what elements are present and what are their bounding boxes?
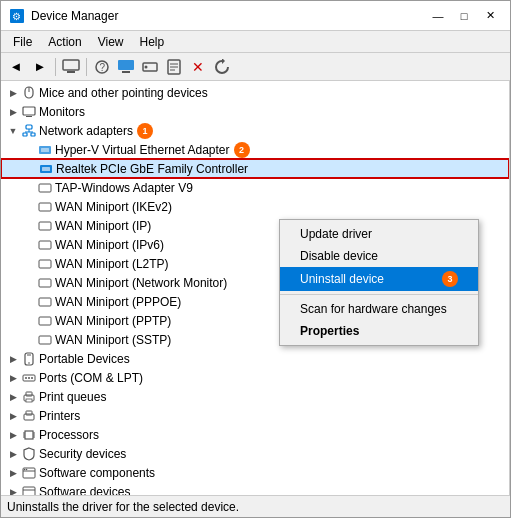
expand-hyperv [21,142,37,158]
swdevices-icon [21,484,37,496]
spacer-tap [21,180,37,196]
tree-item-security[interactable]: ▶ Security devices [1,444,509,463]
minimize-button[interactable]: — [426,6,450,26]
badge-1: 1 [137,123,153,139]
tree-item-realtek[interactable]: Realtek PCIe GbE Family Controller [1,159,509,178]
menu-bar: File Action View Help [1,31,510,53]
wan-pppoe-icon [37,294,53,310]
svg-rect-26 [42,167,50,171]
main-content: ▶ Mice and other pointing devices ▶ Moni… [1,81,510,495]
tree-item-monitors[interactable]: ▶ Monitors [1,102,509,121]
tree-item-processors[interactable]: ▶ Processors [1,425,509,444]
svg-rect-6 [118,60,134,70]
svg-point-9 [145,65,148,68]
svg-rect-34 [39,317,51,325]
menu-view[interactable]: View [90,33,132,51]
svg-rect-24 [41,148,49,152]
tree-item-printers[interactable]: ▶ Printers [1,406,509,425]
ctx-update-driver[interactable]: Update driver [280,223,478,245]
tree-item-hyperv[interactable]: Hyper-V Virtual Ethernet Adapter 2 [1,140,509,159]
expand-swcomponents[interactable]: ▶ [5,465,21,481]
expand-network[interactable]: ▼ [5,123,21,139]
swcomponents-label: Software components [39,466,155,480]
wan-l2tp-icon [37,256,53,272]
svg-text:?: ? [100,62,106,73]
svg-text:⚙: ⚙ [12,11,21,22]
forward-button[interactable]: ► [29,56,51,78]
svg-point-58 [26,468,28,470]
svg-rect-2 [63,60,79,70]
expand-mice[interactable]: ▶ [5,85,21,101]
svg-rect-7 [122,71,130,73]
svg-rect-16 [23,107,35,115]
monitors-icon [21,104,37,120]
security-label: Security devices [39,447,126,461]
back-button[interactable]: ◄ [5,56,27,78]
wan-ip-label: WAN Miniport (IP) [55,219,151,233]
tree-item-ports[interactable]: ▶ Ports (COM & LPT) [1,368,509,387]
tree-item-swdevices[interactable]: ▶ Software devices [1,482,509,495]
computer-icon-btn[interactable] [60,56,82,78]
wan-ikev2-label: WAN Miniport (IKEv2) [55,200,172,214]
security-icon [21,446,37,462]
badge-2: 2 [234,142,250,158]
svg-point-38 [28,362,30,364]
expand-ports[interactable]: ▶ [5,370,21,386]
ctx-properties[interactable]: Properties [280,320,478,342]
tree-item-mice[interactable]: ▶ Mice and other pointing devices [1,83,509,102]
wan-ipv6-label: WAN Miniport (IPv6) [55,238,164,252]
svg-point-40 [25,377,27,379]
tree-item-wan-ikev2[interactable]: WAN Miniport (IKEv2) [1,197,509,216]
wan-l2tp-label: WAN Miniport (L2TP) [55,257,169,271]
processors-icon [21,427,37,443]
ctx-scan-hardware[interactable]: Scan for hardware changes [280,298,478,320]
tree-item-swcomponents[interactable]: ▶ Software components [1,463,509,482]
maximize-button[interactable]: □ [452,6,476,26]
wan-ipv6-icon [37,237,53,253]
expand-printq[interactable]: ▶ [5,389,21,405]
tree-item-portable[interactable]: ▶ Portable Devices [1,349,509,368]
svg-rect-27 [39,184,51,192]
tap-icon [37,180,53,196]
toolbar-separator-1 [55,58,56,76]
svg-point-41 [28,377,30,379]
remove-btn[interactable]: ✕ [187,56,209,78]
device-icon-btn[interactable] [115,56,137,78]
refresh-btn[interactable] [211,56,233,78]
menu-action[interactable]: Action [40,33,89,51]
menu-file[interactable]: File [5,33,40,51]
toolbar: ◄ ► ? ✕ [1,53,510,81]
wan-ip-icon [37,218,53,234]
help-btn[interactable]: ? [91,56,113,78]
ctx-uninstall-device[interactable]: Uninstall device 3 [280,267,478,291]
expand-portable[interactable]: ▶ [5,351,21,367]
status-text: Uninstalls the driver for the selected d… [7,500,239,514]
svg-rect-45 [26,399,32,402]
wan-netmon-icon [37,275,53,291]
context-menu: Update driver Disable device Uninstall d… [279,219,479,346]
expand-printers[interactable]: ▶ [5,408,21,424]
props-btn[interactable] [163,56,185,78]
wan-sstp-label: WAN Miniport (SSTP) [55,333,171,347]
tree-item-network[interactable]: ▼ Network adapters 1 [1,121,509,140]
menu-help[interactable]: Help [132,33,173,51]
expand-security[interactable]: ▶ [5,446,21,462]
expand-swdevices[interactable]: ▶ [5,484,21,496]
scan-btn[interactable] [139,56,161,78]
hyperv-icon [37,142,53,158]
svg-rect-19 [23,133,27,136]
portable-label: Portable Devices [39,352,130,366]
tree-item-printq[interactable]: ▶ Print queues [1,387,509,406]
svg-rect-31 [39,260,51,268]
svg-rect-33 [39,298,51,306]
expand-monitors[interactable]: ▶ [5,104,21,120]
svg-rect-37 [27,354,31,355]
device-manager-window: ⚙ Device Manager — □ ✕ File Action View … [0,0,511,518]
close-button[interactable]: ✕ [478,6,502,26]
expand-processors[interactable]: ▶ [5,427,21,443]
ctx-disable-device[interactable]: Disable device [280,245,478,267]
tree-item-tap[interactable]: TAP-Windows Adapter V9 [1,178,509,197]
swcomponents-icon [21,465,37,481]
hyperv-label: Hyper-V Virtual Ethernet Adapter [55,143,230,157]
title-bar: ⚙ Device Manager — □ ✕ [1,1,510,31]
